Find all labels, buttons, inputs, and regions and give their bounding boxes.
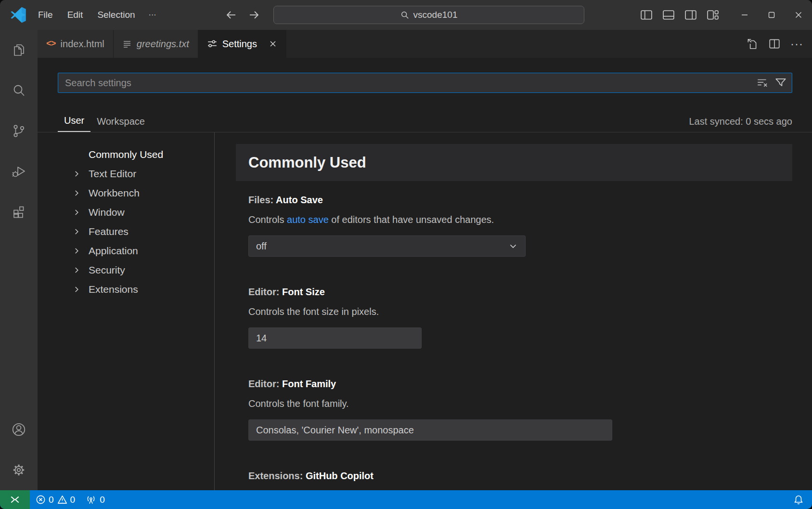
tab-label: Settings (222, 39, 257, 50)
toc-label: Commonly Used (38, 149, 163, 160)
setting-title: Editor: Font Family (248, 378, 780, 390)
ports-indicator[interactable]: 0 (81, 490, 110, 509)
chevron-right-icon (72, 189, 81, 197)
tab-label: index.html (61, 39, 104, 50)
auto-save-select[interactable]: off (248, 235, 526, 257)
setting-title: Editor: Font Size (248, 286, 780, 298)
split-editor-icon[interactable] (768, 38, 781, 50)
toc-item-security[interactable]: Security (38, 261, 214, 280)
remote-indicator[interactable] (0, 490, 30, 509)
vscode-logo-icon (10, 7, 26, 23)
select-value: off (256, 241, 267, 252)
toggle-secondary-sidebar-icon[interactable] (685, 10, 696, 20)
more-actions-icon[interactable]: ··· (790, 37, 803, 51)
setting-files-auto-save: Files: Auto Save Controls auto save of e… (236, 194, 792, 257)
search-icon (400, 11, 409, 19)
filter-settings-icon[interactable] (774, 77, 787, 89)
setting-extensions-github-copilot: Extensions: GitHub Copilot (236, 470, 792, 482)
auto-save-link[interactable]: auto save (287, 214, 329, 225)
open-settings-json-icon[interactable] (746, 38, 759, 50)
scope-tab-user[interactable]: User (58, 112, 90, 132)
editor-area: <> index.html greetings.txt Settings (38, 30, 812, 490)
minimize-button[interactable] (731, 0, 758, 30)
menu-more-button[interactable]: ··· (142, 7, 163, 23)
last-synced-label: Last synced: 0 secs ago (689, 116, 792, 132)
setting-label: Auto Save (276, 195, 323, 205)
setting-editor-font-size: Editor: Font Size Controls the font size… (236, 286, 792, 349)
toc-splitter[interactable] (214, 132, 215, 490)
menu-file[interactable]: File (31, 6, 60, 24)
source-control-icon[interactable] (0, 111, 38, 151)
toc-item-features[interactable]: Features (38, 222, 214, 241)
settings-toc: Commonly Used Text Editor Workbench Wind… (38, 145, 214, 299)
desc-text: Controls the font family. (248, 398, 349, 409)
close-tab-icon[interactable] (269, 39, 277, 48)
back-arrow-icon[interactable] (225, 9, 237, 21)
desc-text: Controls the font size in pixels. (248, 306, 379, 317)
toggle-sidebar-icon[interactable] (641, 10, 652, 20)
customize-layout-icon[interactable] (707, 10, 719, 20)
error-count: 0 (49, 495, 54, 505)
toc-item-window[interactable]: Window (38, 203, 214, 222)
toc-item-commonly-used[interactable]: Commonly Used (38, 145, 214, 164)
setting-category: Editor: (248, 378, 279, 389)
toc-item-extensions[interactable]: Extensions (38, 280, 214, 299)
close-window-button[interactable] (785, 0, 812, 30)
broadcast-tower-icon (86, 495, 96, 505)
html-file-icon: <> (46, 39, 56, 49)
account-icon[interactable] (0, 409, 38, 450)
menu-selection[interactable]: Selection (90, 6, 142, 24)
editor-tab-bar: <> index.html greetings.txt Settings (38, 30, 812, 58)
font-family-input[interactable] (248, 419, 612, 441)
command-center-search[interactable]: vscode101 (273, 6, 584, 24)
toc-item-text-editor[interactable]: Text Editor (38, 164, 214, 183)
setting-label: GitHub Copilot (306, 470, 374, 481)
maximize-button[interactable] (758, 0, 785, 30)
tab-settings[interactable]: Settings (198, 30, 286, 58)
tab-index-html[interactable]: <> index.html (38, 30, 114, 58)
clear-search-icon[interactable] (756, 77, 769, 89)
group-header-label: Commonly Used (248, 154, 366, 171)
toc-label: Text Editor (38, 168, 136, 180)
forward-arrow-icon[interactable] (248, 9, 260, 21)
settings-editor: User Workspace Last synced: 0 secs ago C… (38, 58, 812, 490)
run-debug-icon[interactable] (0, 151, 38, 192)
toc-label: Application (38, 245, 138, 257)
text-file-icon (122, 39, 132, 49)
group-header-commonly-used: Commonly Used (236, 144, 792, 181)
search-view-icon[interactable] (0, 70, 38, 111)
chevron-right-icon (72, 227, 81, 236)
toc-item-workbench[interactable]: Workbench (38, 183, 214, 203)
font-size-input[interactable] (248, 327, 422, 349)
setting-description: Controls auto save of editors that have … (248, 214, 780, 225)
error-icon (36, 495, 46, 505)
warning-icon (57, 495, 67, 505)
history-nav (225, 0, 260, 30)
extensions-view-icon[interactable] (0, 192, 38, 232)
problems-indicator[interactable]: 0 0 (30, 490, 81, 509)
chevron-right-icon (72, 266, 81, 274)
settings-search-input[interactable] (63, 78, 752, 89)
toc-label: Window (38, 207, 125, 218)
toc-label: Workbench (38, 187, 140, 199)
chevron-right-icon (72, 170, 81, 178)
toggle-panel-icon[interactable] (663, 10, 674, 20)
setting-label: Font Family (282, 378, 336, 389)
menu-edit[interactable]: Edit (60, 6, 90, 24)
chevron-right-icon (72, 247, 81, 255)
tab-greetings-txt[interactable]: greetings.txt (114, 30, 198, 58)
settings-list: Commonly Used Files: Auto Save Controls … (236, 132, 792, 490)
search-actions (756, 77, 787, 89)
explorer-icon[interactable] (0, 30, 38, 70)
setting-description: Controls the font family. (248, 398, 780, 409)
settings-gear-icon[interactable] (0, 450, 38, 490)
toc-item-application[interactable]: Application (38, 241, 214, 261)
activity-bar (0, 30, 38, 490)
settings-sliders-icon (207, 39, 218, 49)
setting-title: Files: Auto Save (248, 194, 780, 206)
layout-controls (641, 10, 719, 20)
chevron-down-icon (508, 241, 518, 251)
scope-tab-workspace[interactable]: Workspace (90, 113, 151, 132)
notifications-bell-icon[interactable] (785, 495, 812, 505)
toc-label: Features (38, 226, 129, 237)
